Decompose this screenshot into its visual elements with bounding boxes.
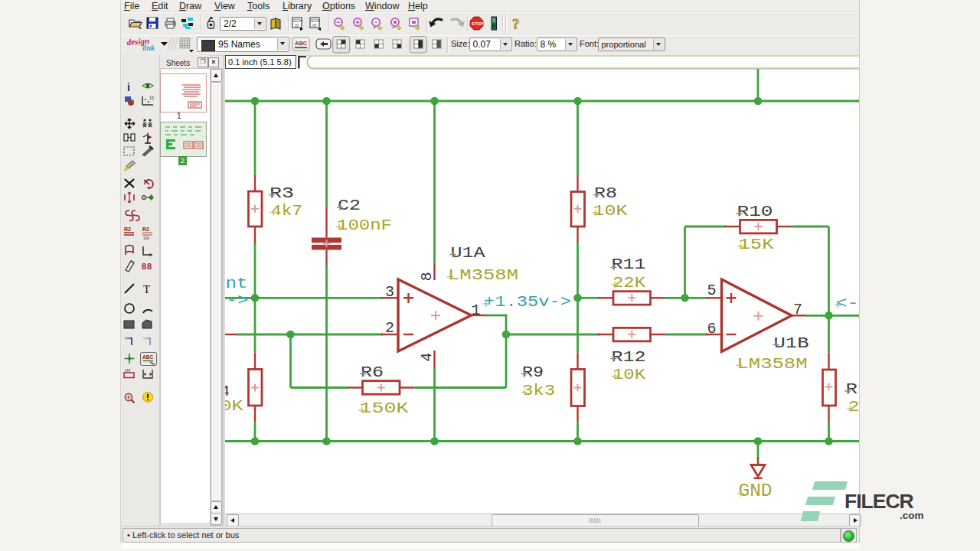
svg-text:R8: R8	[594, 184, 617, 202]
svg-text:6: 6	[707, 320, 717, 337]
svg-text:150K: 150K	[360, 399, 409, 417]
svg-text:FILECR: FILECR	[844, 490, 914, 513]
svg-text:GND: GND	[739, 481, 773, 501]
svg-text:R2: R2	[142, 227, 149, 232]
svg-text:10K: 10K	[612, 366, 645, 383]
svg-text:R12: R12	[612, 348, 646, 366]
svg-text:link: link	[142, 44, 155, 52]
svg-text:R11: R11	[612, 256, 646, 273]
svg-text:R2: R2	[124, 227, 131, 232]
svg-text:5: 5	[707, 282, 717, 299]
svg-text:ABC: ABC	[295, 40, 308, 47]
svg-text:10k: 10k	[143, 236, 150, 240]
svg-text:)AT: )AT	[125, 368, 131, 373]
svg-text:2: 2	[385, 319, 394, 337]
svg-text:->: ->	[227, 292, 249, 309]
svg-text:R9: R9	[522, 364, 544, 381]
svg-text:R10: R10	[737, 203, 773, 220]
svg-text:LM358M: LM358M	[737, 355, 808, 373]
svg-text:3: 3	[385, 283, 394, 301]
svg-text:<-L: <-L	[836, 295, 861, 312]
svg-text:4: 4	[418, 353, 436, 362]
svg-text:4k7: 4k7	[271, 202, 302, 220]
svg-text:15: 15	[149, 96, 154, 100]
svg-text:STOP: STOP	[472, 21, 483, 26]
svg-text:3k3: 3k3	[522, 382, 555, 399]
svg-text:0K: 0K	[225, 397, 243, 415]
svg-text:SCH: SCH	[311, 18, 320, 23]
svg-text:10K: 10K	[593, 202, 628, 220]
svg-text:7: 7	[793, 301, 802, 318]
svg-text:i: i	[127, 81, 130, 93]
svg-text:100nF: 100nF	[337, 217, 392, 234]
svg-text:U1A: U1A	[451, 244, 485, 262]
svg-text:R3: R3	[270, 184, 294, 202]
svg-text:15K: 15K	[739, 236, 774, 253]
svg-text:T: T	[143, 283, 150, 295]
svg-text:R6: R6	[361, 364, 384, 381]
svg-text:C2: C2	[338, 197, 361, 214]
svg-text:8: 8	[418, 272, 436, 281]
svg-text:SCH: SCH	[293, 18, 302, 23]
svg-text:ABC: ABC	[142, 354, 153, 360]
svg-text:22K: 22K	[612, 274, 645, 292]
svg-text:8: 8	[142, 262, 146, 271]
svg-text:8: 8	[147, 262, 152, 271]
svg-text:+1.35v->: +1.35v->	[484, 293, 571, 311]
svg-text:1: 1	[472, 302, 481, 319]
svg-text:U1B: U1B	[774, 334, 809, 352]
svg-text:LM358M: LM358M	[448, 266, 518, 284]
svg-text:?: ?	[512, 16, 520, 32]
svg-text:.com: .com	[900, 510, 924, 521]
svg-text:nt: nt	[226, 275, 248, 292]
